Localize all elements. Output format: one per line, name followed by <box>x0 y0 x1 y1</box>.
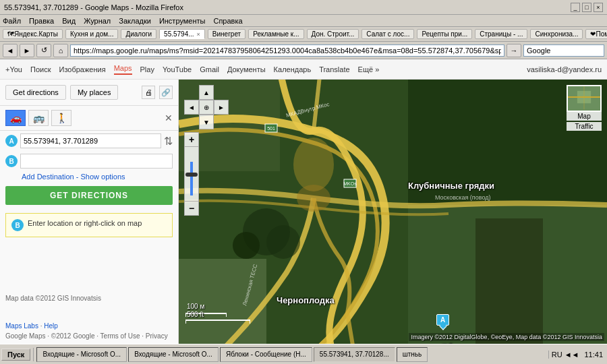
task-item-4[interactable]: штньь <box>397 347 428 362</box>
task-item-1[interactable]: Входящие - Microsoft О... <box>128 347 219 362</box>
bookmark-yandex-maps[interactable]: 🗺 Яндекс.Карты <box>3 29 63 39</box>
close-btn[interactable]: × <box>594 3 603 12</box>
bookmark-recipes[interactable]: Рецепты при... <box>417 29 472 39</box>
traffic-btn[interactable]: Traffic <box>567 122 602 131</box>
bookmark-adf[interactable]: ❤ Помощь AdF... <box>585 29 607 39</box>
bookmark-salat[interactable]: Салат с лос... <box>362 29 414 39</box>
taskbar: Пуск Входящие - Microsoft O... Входящие … <box>0 344 607 364</box>
gtb-you[interactable]: +You <box>5 65 22 73</box>
gtb-play[interactable]: Play <box>140 65 154 73</box>
maps-labs-link[interactable]: Maps Labs <box>5 322 38 330</box>
window-controls[interactable]: _ □ × <box>571 3 603 12</box>
svg-point-10 <box>233 232 260 259</box>
map-attribution: Imagery ©2012 DigitalGlobe, ©eoEye, Map … <box>409 333 604 341</box>
gtb-search[interactable]: Поиск <box>30 65 51 73</box>
reload-btn[interactable]: ↺ <box>36 44 51 57</box>
map-svg: 501 MKOs МКАДВнутр.МКос Московская (пово… <box>179 80 607 344</box>
menu-bookmarks[interactable]: Закладки <box>119 17 151 25</box>
menu-history[interactable]: Журнал <box>84 17 111 25</box>
my-places-btn[interactable]: My places <box>70 85 119 100</box>
menu-help[interactable]: Справка <box>213 17 242 25</box>
show-options-link[interactable]: Show options <box>80 173 125 181</box>
map-area[interactable]: 501 MKOs МКАДВнутр.МКос Московская (пово… <box>179 80 607 344</box>
bookmark-pages[interactable]: Страницы - ... <box>475 29 527 39</box>
home-btn[interactable]: ⌂ <box>53 44 68 57</box>
bookmark-sync[interactable]: Синхрониза... <box>530 29 583 39</box>
bookmark-coords[interactable]: 55.5794...× <box>159 29 205 39</box>
go-btn[interactable]: → <box>507 44 521 57</box>
bookmark-kitchen[interactable]: Кухня и дом... <box>65 29 119 39</box>
pan-right-btn[interactable]: ► <box>214 100 229 115</box>
point-b-input[interactable] <box>20 154 173 169</box>
gtb-maps[interactable]: Maps <box>114 64 132 75</box>
task-item-2[interactable]: Яблоки - Сообщение (Н... <box>220 347 312 362</box>
taskbar-separator-1 <box>33 348 34 361</box>
google-topbar: +You Поиск Изображения Maps Play YouTube… <box>0 59 607 80</box>
back-btn[interactable]: ◄ <box>3 44 18 57</box>
pan-down-btn[interactable]: ▼ <box>199 115 214 129</box>
pan-center-btn[interactable]: ⊕ <box>199 100 214 115</box>
gtb-calendar[interactable]: Календарь <box>274 65 312 73</box>
swap-btn[interactable]: ⇅ <box>164 135 173 148</box>
svg-rect-3 <box>475 218 543 344</box>
bookmark-dialogi[interactable]: Диалоги <box>121 29 156 39</box>
menu-file[interactable]: Файл <box>3 17 21 25</box>
bookmark-don[interactable]: Дон. Строит... <box>307 29 359 39</box>
gtb-more[interactable]: Ещё » <box>358 65 380 73</box>
task-item-3[interactable]: 55.573941, 37.70128... <box>314 347 395 362</box>
transport-walk[interactable]: 🚶 <box>51 110 71 126</box>
gtb-images[interactable]: Изображения <box>59 65 105 73</box>
zoom-in-btn[interactable]: + <box>184 132 199 147</box>
menu-tools[interactable]: Инструменты <box>159 17 206 25</box>
get-directions-btn-top[interactable]: Get directions <box>5 85 66 100</box>
point-a-input[interactable] <box>20 133 161 148</box>
gtb-translate[interactable]: Translate <box>319 65 349 73</box>
add-destination-link[interactable]: Add Destination <box>22 173 74 181</box>
pan-up-btn[interactable]: ▲ <box>199 85 214 100</box>
gtb-docs[interactable]: Документы <box>227 65 266 73</box>
print-icon[interactable]: 🖨 <box>142 86 155 99</box>
zoom-out-btn[interactable]: − <box>184 201 199 216</box>
gtb-youtube[interactable]: YouTube <box>163 65 192 73</box>
sidebar-tools: 🖨 🔗 <box>142 86 173 99</box>
maximize-btn[interactable]: □ <box>582 3 591 12</box>
waypoint-a-marker: A <box>5 135 18 147</box>
map-layer-preview[interactable] <box>567 85 602 112</box>
link-icon[interactable]: 🔗 <box>159 86 173 99</box>
user-email[interactable]: vasiliska-d@yandex.ru <box>527 65 602 73</box>
forward-btn[interactable]: ► <box>20 44 34 57</box>
bookmark-ads[interactable]: Рекламные к... <box>248 29 304 39</box>
sidebar-close-btn[interactable]: ✕ <box>165 113 173 123</box>
map-layer-btn[interactable]: Map <box>567 112 602 121</box>
map-satellite[interactable]: 501 MKOs МКАДВнутр.МКос Московская (пово… <box>179 80 607 344</box>
start-button[interactable]: Пуск <box>1 348 30 361</box>
title-bar: 55.573941, 37.701289 - Google Maps - Moz… <box>0 0 607 15</box>
minimize-btn[interactable]: _ <box>571 3 580 12</box>
gtb-gmail[interactable]: Gmail <box>200 65 219 73</box>
help-link[interactable]: Help <box>44 322 58 330</box>
zoom-slider-fill <box>190 162 193 195</box>
transport-car[interactable]: 🚗 <box>5 110 26 126</box>
bookmark-vinegret[interactable]: Винегрет <box>208 29 245 39</box>
menu-view[interactable]: Вид <box>62 17 76 25</box>
get-directions-submit-btn[interactable]: GET DIRECTIONS <box>5 186 173 205</box>
scale-label-meters: 100 м <box>187 303 204 310</box>
zoom-handle[interactable] <box>185 173 198 177</box>
pan-left-btn[interactable]: ◄ <box>184 100 199 115</box>
add-dest-row: Add Destination - Show options <box>0 171 178 182</box>
google-page: +You Поиск Изображения Maps Play YouTube… <box>0 59 607 344</box>
address-bar[interactable] <box>70 44 504 57</box>
svg-point-7 <box>297 185 330 212</box>
scale-label-feet: 500 ft <box>187 311 204 318</box>
footer-bottom: Google Maps · ©2012 Google · Terms of Us… <box>5 332 173 340</box>
marker-a-container: A <box>436 314 449 329</box>
task-item-0[interactable]: Входящие - Microsoft O... <box>36 347 127 362</box>
svg-rect-23 <box>250 320 250 324</box>
transport-bar: 🚗 🚌 🚶 ✕ <box>0 106 178 131</box>
sidebar: Get directions My places 🖨 🔗 🚗 🚌 🚶 ✕ A ⇅ <box>0 80 179 344</box>
menu-edit[interactable]: Правка <box>29 17 54 25</box>
transport-bus[interactable]: 🚌 <box>28 110 49 126</box>
browser-search-input[interactable] <box>523 44 604 57</box>
zoom-slider-track[interactable] <box>184 147 199 201</box>
svg-point-6 <box>293 138 334 191</box>
